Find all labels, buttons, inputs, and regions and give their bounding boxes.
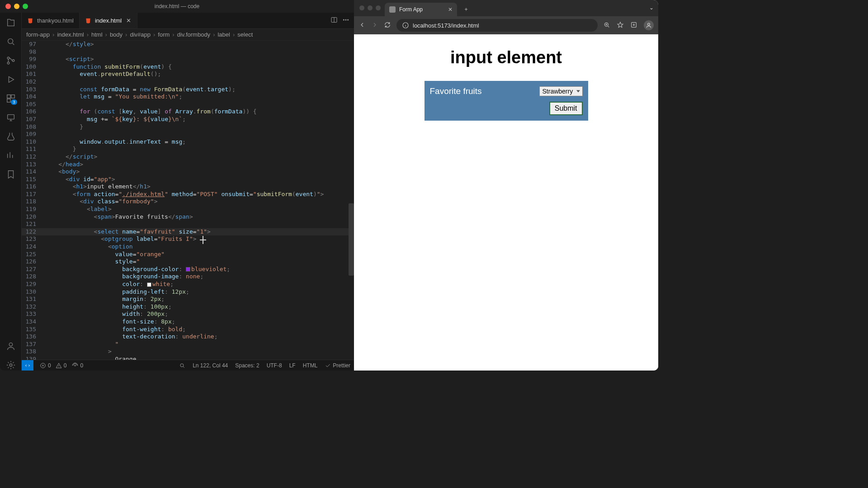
indentation[interactable]: Spaces: 2 <box>235 362 259 369</box>
minimize-window-dot[interactable] <box>368 5 373 10</box>
page-heading: input element <box>450 48 562 67</box>
breadcrumb-segment[interactable]: label <box>217 31 230 38</box>
encoding[interactable]: UTF-8 <box>267 362 282 369</box>
svg-point-13 <box>348 19 349 20</box>
activity-bar: 3 <box>0 13 22 371</box>
install-app-icon[interactable] <box>630 21 637 30</box>
extensions-icon[interactable]: 3 <box>5 93 16 104</box>
svg-point-16 <box>180 363 184 366</box>
search-icon[interactable] <box>5 36 16 47</box>
svg-point-20 <box>648 23 650 25</box>
browser-tab-title: Form App <box>399 6 423 13</box>
minimize-window-dot[interactable] <box>14 4 19 9</box>
svg-point-9 <box>9 364 12 366</box>
editor-tab[interactable]: index.html✕ <box>80 13 137 28</box>
svg-point-11 <box>343 19 344 20</box>
explorer-icon[interactable] <box>5 17 16 28</box>
breadcrumb-segment[interactable]: form <box>158 31 170 38</box>
maximize-window-dot[interactable] <box>376 5 381 10</box>
code-editor[interactable]: 97 </style>9899 <script>100 function sub… <box>22 41 354 360</box>
language-mode[interactable]: HTML <box>303 362 318 369</box>
svg-point-8 <box>9 343 12 346</box>
browser-window-controls <box>359 5 381 10</box>
browser-tabstrip: Form App ✕ ＋ ⌄ <box>354 0 658 16</box>
breadcrumb[interactable]: form-app›index.html›html›body›div#app›fo… <box>22 29 354 41</box>
breadcrumb-segment[interactable]: html <box>91 31 103 38</box>
favorite-fruits-select[interactable]: Strawberry <box>539 86 583 96</box>
page-content: input element Favorite fruits Strawberry… <box>354 34 658 371</box>
editor-tab[interactable]: thankyou.html <box>22 13 80 28</box>
more-actions-icon[interactable] <box>342 16 349 25</box>
svg-point-2 <box>7 62 9 64</box>
close-tab-icon[interactable]: ✕ <box>125 18 132 24</box>
settings-gear-icon[interactable] <box>5 360 16 371</box>
testing-icon[interactable] <box>5 131 16 142</box>
favicon-icon <box>389 6 396 13</box>
url-field[interactable]: localhost:5173/index.html <box>396 19 598 32</box>
status-bar: 0 0 0 Ln 122, Col 44 Spaces: 2 UTF-8 LF … <box>22 360 354 371</box>
browser-window: Form App ✕ ＋ ⌄ localhost:5173/index.html… <box>354 0 658 371</box>
prettier-status[interactable]: Prettier <box>325 362 350 369</box>
submit-button[interactable]: Submit <box>549 102 583 115</box>
bookmark-star-icon[interactable] <box>617 21 624 30</box>
minimap[interactable] <box>348 41 354 360</box>
maximize-window-dot[interactable] <box>23 4 28 9</box>
breadcrumb-segment[interactable]: form-app <box>26 31 50 38</box>
split-editor-icon[interactable] <box>330 16 338 25</box>
source-control-icon[interactable] <box>5 55 16 66</box>
svg-point-3 <box>12 60 14 62</box>
run-debug-icon[interactable] <box>5 74 16 85</box>
vscode-window: index.html — code 3 thankyou.htmlindex.h… <box>0 0 354 371</box>
svg-rect-7 <box>7 115 14 119</box>
svg-rect-6 <box>7 99 10 102</box>
extensions-badge: 3 <box>11 99 17 105</box>
close-window-dot[interactable] <box>359 5 364 10</box>
graph-icon[interactable] <box>5 150 16 161</box>
find-icon[interactable] <box>179 362 185 369</box>
url-text: localhost:5173/index.html <box>413 22 479 29</box>
editor-tabs: thankyou.htmlindex.html✕ <box>22 13 354 29</box>
reload-button[interactable] <box>384 21 391 30</box>
svg-point-1 <box>7 57 9 59</box>
svg-point-12 <box>345 19 346 20</box>
cursor-position[interactable]: Ln 122, Col 44 <box>193 362 228 369</box>
window-title: index.html — code <box>0 0 354 13</box>
breadcrumb-segment[interactable]: index.html <box>57 31 84 38</box>
svg-point-15 <box>75 365 75 366</box>
window-controls <box>5 4 28 9</box>
site-info-icon[interactable] <box>402 22 409 29</box>
remote-indicator[interactable] <box>22 360 33 371</box>
browser-tab[interactable]: Form App ✕ <box>385 3 457 16</box>
remote-explorer-icon[interactable] <box>5 112 16 123</box>
browser-toolbar: localhost:5173/index.html <box>354 16 658 34</box>
html-file-icon <box>85 18 91 24</box>
svg-point-0 <box>8 39 13 44</box>
account-icon[interactable] <box>5 341 16 352</box>
svg-rect-4 <box>7 95 10 98</box>
svg-rect-5 <box>11 95 14 98</box>
html-file-icon <box>27 18 33 24</box>
form-body: Favorite fruits Strawberry Submit <box>425 81 588 121</box>
zoom-icon[interactable] <box>603 21 610 30</box>
new-tab-button[interactable]: ＋ <box>460 3 472 15</box>
breadcrumb-segment[interactable]: div.formbody <box>177 31 210 38</box>
select-label: Favorite fruits <box>430 86 482 96</box>
close-window-dot[interactable] <box>5 4 11 9</box>
problems-indicator[interactable]: 0 0 <box>40 362 66 369</box>
close-tab-icon[interactable]: ✕ <box>448 6 453 13</box>
breadcrumb-segment[interactable]: body <box>110 31 123 38</box>
breadcrumb-segment[interactable]: div#app <box>130 31 151 38</box>
forward-button[interactable] <box>371 21 378 30</box>
bookmark-icon[interactable] <box>5 169 16 180</box>
back-button[interactable] <box>359 21 366 30</box>
profile-avatar[interactable] <box>644 20 654 30</box>
tabs-overflow-icon[interactable]: ⌄ <box>649 5 654 11</box>
eol[interactable]: LF <box>289 362 296 369</box>
breadcrumb-segment[interactable]: select <box>237 31 253 38</box>
ports-indicator[interactable]: 0 <box>72 362 83 369</box>
